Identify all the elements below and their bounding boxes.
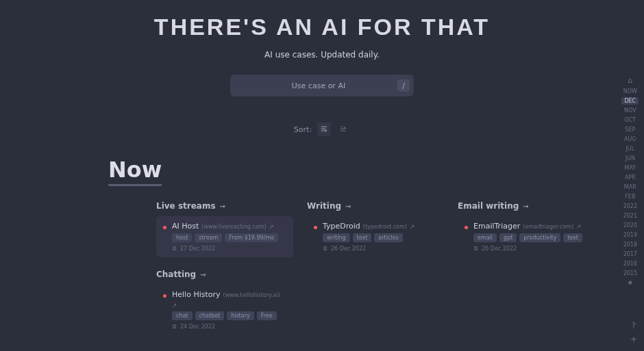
new-dot-icon	[314, 226, 317, 229]
timeline-item[interactable]: FEB	[622, 193, 638, 200]
now-section-title: Now	[108, 157, 162, 186]
timeline-item[interactable]: MAY	[622, 164, 639, 172]
sort-asc-icon	[339, 125, 347, 133]
tool-card[interactable]: Hello History(www.hellohistory.ai)↗chatc…	[156, 285, 293, 335]
tool-url: (www.livereacting.com)	[201, 224, 266, 230]
category: Email writing→EmailTriager(emailtriager.…	[458, 201, 595, 257]
star-icon[interactable]: ✱	[623, 279, 638, 287]
search-input[interactable]	[240, 81, 397, 91]
timeline-item[interactable]: 2019	[621, 231, 640, 239]
timeline-item[interactable]: 2016	[621, 260, 640, 268]
tool-url: (emailtriager.com)	[523, 224, 573, 230]
timeline-item[interactable]: DEC	[621, 97, 639, 105]
timeline-item[interactable]: NOV	[621, 107, 639, 114]
tag[interactable]: history	[227, 311, 254, 320]
tag[interactable]: text	[353, 233, 372, 242]
calendar-icon: 🗓	[172, 324, 177, 330]
tool-url: (www.hellohistory.ai)	[223, 292, 280, 298]
arrow-right-icon: →	[523, 203, 528, 210]
page-subtitle: AI use cases. Updated daily.	[264, 50, 380, 60]
category: Writing→TypeDroid(typedroid.com)↗writing…	[307, 201, 444, 257]
tool-url: (typedroid.com)	[363, 224, 407, 230]
category-title: Writing	[307, 201, 341, 211]
timeline-item[interactable]: APR	[622, 174, 639, 181]
arrow-right-icon: →	[200, 271, 206, 278]
new-dot-icon	[163, 294, 166, 298]
timeline-item[interactable]: 2020	[621, 222, 640, 229]
sort-desc-button[interactable]	[317, 122, 331, 136]
add-button[interactable]: +	[630, 335, 637, 344]
timeline-item[interactable]: SEP	[622, 126, 638, 133]
timeline-item[interactable]: JUN	[623, 155, 638, 162]
tool-date: 27 Dec 2022	[180, 246, 215, 252]
tool-date: 26 Dec 2022	[331, 246, 366, 252]
category-header[interactable]: Live streams→	[156, 201, 293, 211]
timeline-item[interactable]: 2022	[621, 203, 640, 210]
page-title: THERE'S AN AI FOR THAT	[154, 14, 490, 40]
sort-label: Sort:	[294, 125, 312, 134]
external-link-icon[interactable]: ↗	[269, 223, 275, 230]
sort-asc-button[interactable]	[336, 122, 350, 136]
timeline-item[interactable]: MAR	[621, 183, 639, 191]
tag[interactable]: chat	[172, 311, 193, 320]
search-bar[interactable]: /	[230, 75, 414, 96]
new-dot-icon	[163, 226, 166, 229]
tool-card[interactable]: EmailTriager(emailtriager.com)↗emailgptp…	[458, 216, 595, 257]
timeline-item[interactable]: AUG	[621, 135, 639, 143]
timeline-item[interactable]: JUL	[623, 145, 638, 153]
timeline-item[interactable]: OCT	[621, 116, 639, 124]
tag[interactable]: email	[473, 233, 497, 242]
tool-card[interactable]: AI Host(www.livereacting.com)↗hoststream…	[156, 216, 293, 257]
category-title: Chatting	[156, 270, 196, 279]
external-link-icon[interactable]: ↗	[172, 302, 177, 309]
arrow-right-icon: →	[220, 203, 225, 210]
help-button[interactable]: ?	[632, 321, 636, 330]
tag[interactable]: chatbot	[195, 311, 225, 320]
tag[interactable]: Free	[257, 311, 277, 320]
home-icon[interactable]: ⌂	[623, 75, 638, 86]
category-header[interactable]: Chatting→	[156, 270, 293, 279]
tag[interactable]: gpt	[499, 233, 517, 242]
tool-title: TypeDroid	[323, 222, 360, 231]
tool-card[interactable]: TypeDroid(typedroid.com)↗writingtextarti…	[307, 216, 444, 257]
category-title: Email writing	[458, 201, 519, 211]
tag[interactable]: text	[563, 233, 582, 242]
timeline-item[interactable]: 2018	[621, 241, 640, 248]
tag[interactable]: From $19.99/mo	[225, 233, 278, 242]
tag[interactable]: articles	[374, 233, 402, 242]
external-link-icon[interactable]: ↗	[410, 223, 415, 230]
category: Live streams→AI Host(www.livereacting.co…	[156, 201, 293, 257]
calendar-icon: 🗓	[473, 246, 479, 252]
external-link-icon[interactable]: ↗	[576, 223, 582, 230]
tag[interactable]: writing	[323, 233, 350, 242]
timeline-item[interactable]: NOW	[621, 88, 640, 95]
timeline-nav: ⌂NOWDECNOVOCTSEPAUGJULJUNMAYAPRMARFEB202…	[621, 75, 640, 287]
tag[interactable]: stream	[195, 233, 222, 242]
calendar-icon: 🗓	[323, 246, 328, 252]
tag[interactable]: productivity	[519, 233, 560, 242]
tag[interactable]: host	[172, 233, 192, 242]
tool-title: EmailTriager	[473, 222, 520, 231]
tool-date: 26 Dec 2022	[482, 246, 517, 252]
category-header[interactable]: Writing→	[307, 201, 444, 211]
calendar-icon: 🗓	[172, 246, 177, 252]
tool-title: AI Host	[172, 222, 199, 231]
tool-title: Hello History	[172, 290, 221, 299]
category-title: Live streams	[156, 201, 216, 211]
arrow-right-icon: →	[345, 203, 351, 210]
new-dot-icon	[465, 226, 468, 229]
sort-desc-icon	[320, 125, 328, 133]
timeline-item[interactable]: 2017	[621, 250, 640, 258]
timeline-item[interactable]: 2021	[621, 212, 640, 220]
category: Chatting→Hello History(www.hellohistory.…	[156, 270, 293, 335]
search-shortcut-key: /	[397, 79, 410, 92]
category-header[interactable]: Email writing→	[458, 201, 595, 211]
timeline-item[interactable]: 2015	[621, 270, 640, 277]
tool-date: 24 Dec 2022	[180, 324, 215, 330]
